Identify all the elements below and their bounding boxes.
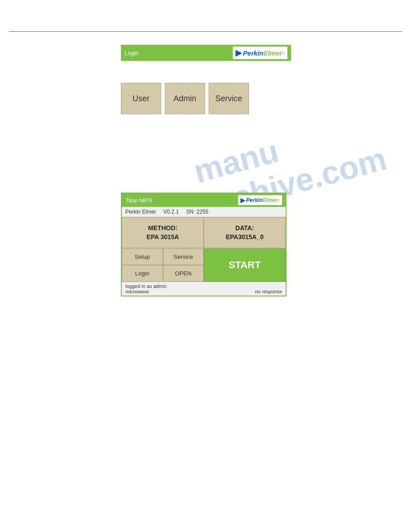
app-logo-reg: ® bbox=[278, 199, 280, 202]
data-value: EPA3015A_0 bbox=[226, 233, 264, 240]
logo-arrow-icon: ▶ bbox=[235, 48, 242, 58]
app-logo-elmer: Elmer bbox=[262, 197, 277, 203]
start-button[interactable]: START bbox=[204, 249, 286, 282]
app-vendor: Perkin Elmer bbox=[125, 209, 156, 215]
app-logo-arrow-icon: ▶ bbox=[240, 197, 245, 204]
login-buttons-group: User Admin Service bbox=[121, 83, 249, 114]
status-device-row: microwave no response bbox=[125, 289, 282, 294]
status-device-text: microwave bbox=[125, 289, 149, 294]
service-button[interactable]: Service bbox=[209, 83, 249, 114]
open-button[interactable]: OPEN bbox=[163, 265, 204, 282]
service-small-button[interactable]: Service bbox=[163, 249, 204, 265]
method-label: METHOD: bbox=[148, 224, 177, 232]
top-divider bbox=[9, 31, 402, 32]
app-version: V0.2.1 bbox=[163, 209, 179, 215]
controls-left: Setup Service Login OPEN bbox=[122, 249, 204, 282]
logo-perkin-text: Perkin bbox=[243, 49, 264, 57]
admin-button[interactable]: Admin bbox=[165, 83, 205, 114]
controls-start-area: Setup Service Login OPEN START bbox=[122, 249, 286, 282]
data-label: DATA: bbox=[235, 224, 254, 232]
app-statusbar: logged in as admin microwave no response bbox=[122, 282, 286, 296]
app-sn-label: SN: bbox=[186, 209, 195, 215]
method-data-row: METHOD: EPA 3015A DATA: EPA3015A_0 bbox=[122, 217, 286, 249]
login-small-button[interactable]: Login bbox=[122, 265, 163, 282]
app-titlebar: Titan MPS ▶ Perkin Elmer ® bbox=[122, 193, 286, 207]
setup-button[interactable]: Setup bbox=[122, 249, 163, 265]
logo-elmer-text: Elmer bbox=[263, 49, 282, 57]
perkinelmer-logo: ▶ Perkin Elmer ® bbox=[233, 47, 287, 59]
status-login-row: logged in as admin bbox=[125, 283, 282, 289]
status-response-text: no response bbox=[255, 289, 282, 294]
login-header-bar: Login ▶ Perkin Elmer ® bbox=[121, 45, 291, 61]
method-button[interactable]: METHOD: EPA 3015A bbox=[122, 217, 204, 248]
status-login-text: logged in as admin bbox=[125, 283, 167, 289]
app-sn-value: 2255 bbox=[197, 209, 209, 215]
data-button[interactable]: DATA: EPA3015A_0 bbox=[204, 217, 286, 248]
logo-reg-symbol: ® bbox=[282, 51, 285, 55]
app-titlebar-logo: ▶ Perkin Elmer ® bbox=[238, 195, 282, 205]
app-info-row: Perkin Elmer V0.2.1 SN: 2255 bbox=[122, 207, 286, 217]
app-sn: SN: 2255 bbox=[186, 209, 208, 215]
watermark-line1: manu bbox=[190, 107, 381, 189]
user-button[interactable]: User bbox=[121, 83, 161, 114]
method-value: EPA 3015A bbox=[146, 233, 179, 240]
app-title: Titan MPS bbox=[125, 197, 152, 204]
app-window: Titan MPS ▶ Perkin Elmer ® Perkin Elmer … bbox=[121, 193, 287, 296]
app-logo-perkin: Perkin bbox=[246, 197, 263, 203]
login-label: Login bbox=[124, 50, 139, 56]
